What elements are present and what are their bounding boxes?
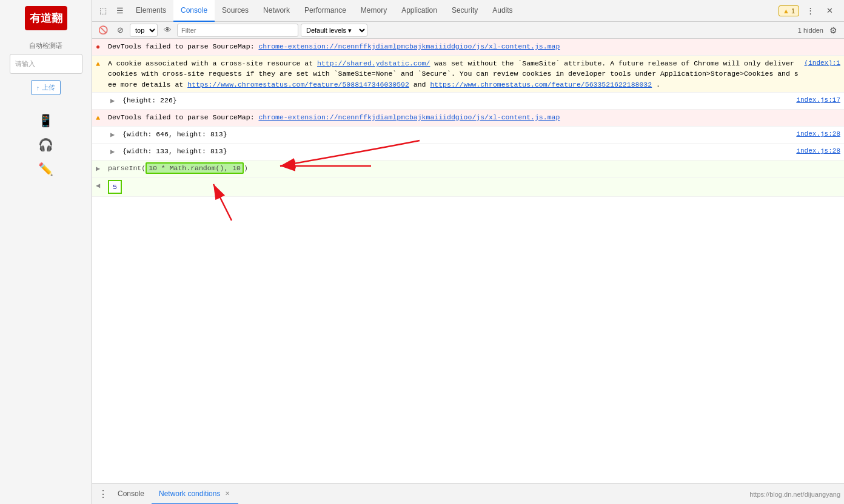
console-row-expand2: ▶ {width: 646, height: 813} index.js:28 [92,127,844,144]
warning-count: 1 [791,7,795,15]
chromestatus-link-1[interactable]: https://www.chromestatus.com/feature/508… [187,81,409,88]
console-expand2-content: {width: 646, height: 813} [122,129,791,139]
inspect-icon-button[interactable]: ⬚ [95,2,112,19]
console-expand3-content: {width: 133, height: 813} [122,146,791,156]
device-toggle-button[interactable]: ☰ [112,2,129,19]
warning-icon-1: ▲ [96,59,106,70]
console-row-command: ▶ parseInt(10 * Math.random(), 10) [92,161,844,177]
eye-button[interactable]: 👁 [160,23,175,38]
youdao-logo: 有道翻 [25,6,67,30]
expand-icon-2[interactable]: ▶ [110,130,120,141]
console-error2-content: DevTools failed to parse SourceMap: chro… [108,112,840,122]
warning-badge[interactable]: ▲ 1 [779,5,799,16]
highlighted-code: 10 * Math.random(), 10 [146,162,244,174]
context-selector[interactable]: top [130,24,158,37]
bottom-tab-network-conditions[interactable]: Network conditions ✕ [152,484,238,505]
bottom-tab-network-conditions-label: Network conditions [159,489,220,498]
edit-icon[interactable]: ✏️ [38,162,53,176]
filter-input[interactable] [177,24,298,37]
console-row-error1: ● DevTools failed to parse SourceMap: ch… [92,39,844,56]
console-row-result: ◀ 5 [92,177,844,197]
tab-sources[interactable]: Sources [215,0,256,22]
bottom-url: https://blog.dn.net/dijuangyang [749,491,840,498]
console-result-content: 5 [108,180,840,194]
upload-icon: ↑ [36,84,40,91]
expand3-location[interactable]: index.js:28 [796,146,840,156]
sourcemap-link-1[interactable]: chrome-extension://ncennffkjdiamlpmcbajk… [258,42,560,50]
bottom-tab-console-label: Console [118,489,144,498]
left-panel: 有道翻 自动检测语 请输入 ↑ 上传 📱 🎧 ✏️ [0,0,92,504]
expand1-location[interactable]: index.js:17 [796,95,840,105]
tab-network[interactable]: Network [256,0,297,22]
console-output: ● DevTools failed to parse SourceMap: ch… [92,39,844,483]
headphone-icon[interactable]: 🎧 [38,138,53,152]
tab-console[interactable]: Console [173,0,215,22]
upload-button[interactable]: ↑ 上传 [31,80,61,95]
ydstatic-link[interactable]: http://shared.ydstatic.com/ [317,59,430,67]
preserve-log-button[interactable]: ⊘ [113,23,127,38]
log-levels-selector[interactable]: Default levels ▾ [301,24,367,37]
console-settings-button[interactable]: ⚙ [826,23,840,38]
upload-label: 上传 [42,83,55,92]
console-toolbar: 🚫 ⊘ top 👁 Default levels ▾ 1 hidden ⚙ [92,22,844,39]
tab-performance[interactable]: Performance [297,0,353,22]
bottom-panel-menu-icon[interactable]: ⋮ [96,487,110,502]
bottom-tab-console[interactable]: Console [110,484,152,505]
tab-bar: ⬚ ☰ Elements Console Sources Network Per… [92,0,844,22]
auto-detect-label: 自动检测语 [29,41,62,50]
tab-audits[interactable]: Audits [485,0,520,22]
tab-security[interactable]: Security [444,0,485,22]
input-placeholder: 请输入 [15,59,77,68]
warning1-location[interactable]: (index):1 [805,58,840,68]
command-icon[interactable]: ▶ [96,164,106,174]
webpage-content: 自动检测语 请输入 ↑ 上传 [0,35,92,101]
clear-console-button[interactable]: 🚫 [96,23,110,38]
console-row-warning1: ▲ A cookie associated with a cross-site … [92,56,844,93]
devtools-panel: ⬚ ☰ Elements Console Sources Network Per… [92,0,844,504]
sourcemap-link-2[interactable]: chrome-extension://ncennffkjdiamlpmcbajk… [258,113,560,121]
close-network-conditions-tab[interactable]: ✕ [224,489,231,498]
console-row-expand1: ▶ {height: 226} index.js:17 [92,93,844,110]
result-icon: ◀ [96,181,106,191]
close-devtools-button[interactable]: ✕ [821,2,838,19]
input-area: 请输入 [10,54,82,74]
console-expand1-content: {height: 226} [122,95,791,105]
console-warning1-content: A cookie associated with a cross-site re… [108,58,800,90]
more-options-button[interactable]: ⋮ [802,2,819,19]
bottom-tabs-bar: ⋮ Console Network conditions ✕ https://b… [92,483,844,504]
expand-icon-3[interactable]: ▶ [110,147,120,158]
warning-icon-2: ▲ [96,113,106,124]
tab-memory[interactable]: Memory [353,0,394,22]
result-value: 5 [108,180,122,194]
tab-elements[interactable]: Elements [129,0,173,22]
tab-right-icons: ▲ 1 ⋮ ✕ [779,2,842,19]
expand2-location[interactable]: index.js:28 [796,129,840,139]
console-command-content: parseInt(10 * Math.random(), 10) [108,163,840,173]
chromestatus-link-2[interactable]: https://www.chromestatus.com/feature/563… [430,81,652,88]
error-icon-1: ● [96,42,106,53]
warning-triangle-icon: ▲ [783,7,789,15]
console-row-expand3: ▶ {width: 133, height: 813} index.js:28 [92,144,844,161]
expand-icon-1[interactable]: ▶ [110,96,120,107]
webpage-icons: 📱 🎧 ✏️ [38,113,53,176]
mobile-icon[interactable]: 📱 [38,113,53,128]
hidden-count-badge: 1 hidden [798,27,823,34]
console-error1-content: DevTools failed to parse SourceMap: chro… [108,41,840,51]
tab-application[interactable]: Application [394,0,444,22]
console-row-error2: ▲ DevTools failed to parse SourceMap: ch… [92,110,844,127]
